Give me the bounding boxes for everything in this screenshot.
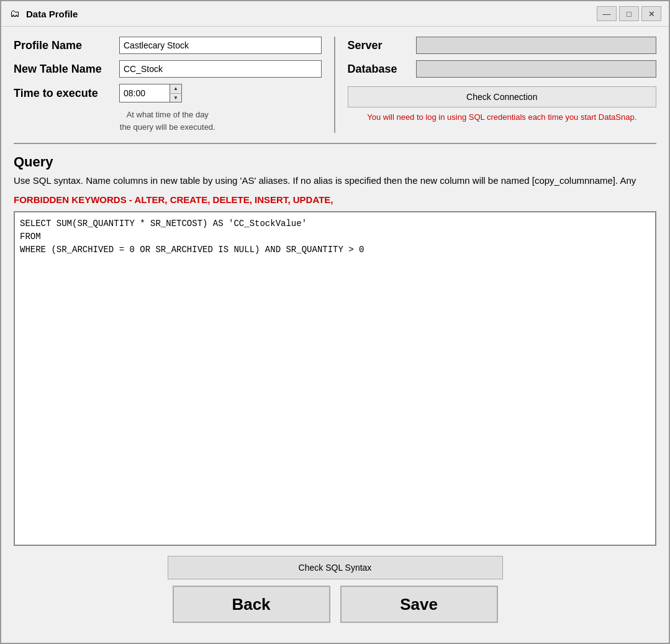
action-buttons: Back Save: [173, 586, 498, 623]
time-execute-label: Time to execute: [14, 87, 113, 100]
server-label: Server: [348, 39, 410, 52]
profile-name-input[interactable]: [119, 37, 322, 54]
close-button[interactable]: ✕: [641, 6, 661, 21]
minimize-button[interactable]: —: [597, 6, 617, 21]
time-input-wrapper: ▲ ▼: [119, 84, 182, 102]
time-up-button[interactable]: ▲: [170, 84, 181, 93]
database-row: Database: [348, 60, 657, 78]
time-input[interactable]: [120, 84, 170, 102]
query-textarea[interactable]: [14, 211, 656, 546]
left-panel: Profile Name New Table Name Time to exec…: [14, 37, 335, 133]
query-section: Query Use SQL syntax. Name columns in ne…: [14, 154, 656, 546]
query-description: Use SQL syntax. Name columns in new tabl…: [14, 174, 656, 188]
check-sql-button[interactable]: Check SQL Syntax: [168, 556, 503, 579]
database-input[interactable]: [416, 60, 657, 78]
server-input[interactable]: [416, 37, 657, 54]
query-title: Query: [14, 154, 656, 170]
new-table-input[interactable]: [119, 60, 322, 78]
warning-text: You will need to log in using SQL creden…: [348, 111, 657, 124]
profile-name-row: Profile Name: [14, 37, 322, 54]
window-title: Data Profile: [26, 9, 78, 19]
time-execute-row: Time to execute ▲ ▼: [14, 84, 322, 102]
check-connection-button[interactable]: Check Connection: [348, 86, 657, 107]
save-button[interactable]: Save: [340, 586, 498, 623]
right-panel: Server Database Check Connection You wil…: [335, 37, 657, 133]
time-spinner: ▲ ▼: [170, 84, 181, 102]
back-button[interactable]: Back: [173, 586, 330, 623]
data-profile-window: 🗂 Data Profile — □ ✕ Profile Name New Ta…: [0, 0, 670, 644]
top-section: Profile Name New Table Name Time to exec…: [14, 37, 656, 144]
main-content: Profile Name New Table Name Time to exec…: [1, 27, 669, 643]
profile-name-label: Profile Name: [14, 39, 113, 52]
server-row: Server: [348, 37, 657, 54]
database-label: Database: [348, 63, 410, 76]
maximize-button[interactable]: □: [619, 6, 639, 21]
bottom-buttons: Check SQL Syntax Back Save: [14, 546, 656, 633]
forbidden-keywords: FORBIDDEN KEYWORDS - ALTER, CREATE, DELE…: [14, 194, 656, 205]
time-down-button[interactable]: ▼: [170, 93, 181, 102]
app-icon: 🗂: [9, 7, 21, 20]
title-bar-left: 🗂 Data Profile: [9, 7, 78, 20]
time-hint: At what time of the day the query will b…: [14, 109, 322, 133]
new-table-row: New Table Name: [14, 60, 322, 78]
title-bar: 🗂 Data Profile — □ ✕: [1, 1, 669, 27]
new-table-label: New Table Name: [14, 63, 113, 76]
title-buttons: — □ ✕: [597, 6, 661, 21]
